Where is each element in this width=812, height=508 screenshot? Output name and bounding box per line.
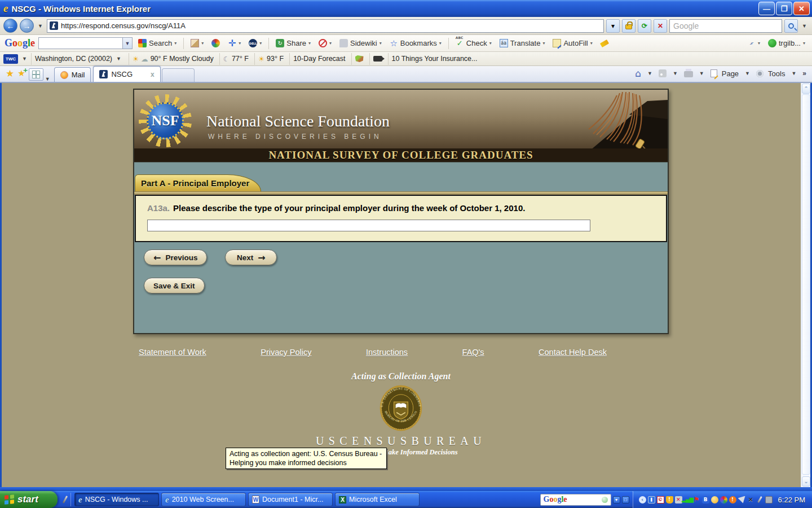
security-lock-icon[interactable]	[622, 19, 636, 33]
faqs-link[interactable]: FAQ's	[462, 348, 484, 357]
tooltip: Acting as collection agent: U.S. Census …	[226, 448, 387, 469]
start-button[interactable]: start	[0, 491, 58, 508]
google-search-input[interactable]	[38, 37, 123, 49]
tray-signal-icon[interactable]: ▂▄▆	[684, 496, 691, 503]
previous-button[interactable]: ←Previous	[144, 249, 207, 265]
scrollbar-thumb[interactable]	[802, 94, 810, 475]
toolbar-settings-button[interactable]: ⌁▾	[745, 38, 762, 49]
feeds-icon[interactable]	[659, 69, 667, 77]
page-menu[interactable]: Page	[722, 69, 739, 78]
quick-tabs-button[interactable]	[29, 68, 43, 81]
tray-flag-icon[interactable]: ⚑	[693, 496, 700, 503]
search-go-button[interactable]	[784, 19, 798, 33]
stop-button[interactable]: ✕	[654, 19, 667, 33]
tray-bluetooth-icon[interactable]: B	[702, 496, 709, 503]
popup-blocker-button[interactable]: ▾	[316, 38, 334, 49]
tray-network-disconnected-icon[interactable]: ✕	[675, 496, 682, 503]
tray-pointer-icon[interactable]	[738, 496, 745, 503]
forward-button[interactable]: →	[20, 19, 34, 33]
quick-launch-pen-icon[interactable]	[63, 496, 68, 503]
tray-picasa-icon[interactable]	[720, 496, 727, 503]
answer-input[interactable]	[147, 220, 590, 231]
history-dropdown-icon[interactable]: ▼	[36, 23, 45, 29]
autofill-button[interactable]: AutoFill▾	[550, 38, 594, 49]
vertical-scrollbar[interactable]: ⌃ ⌄	[801, 83, 810, 487]
google-toolbar: Google ▼ Search▾ ▾ ✛▾ DELL▾ ↻Share▾ ▾ Si…	[0, 35, 812, 52]
send-to-button[interactable]: ▾	[188, 38, 206, 49]
tray-security-shield-icon[interactable]: !	[666, 496, 673, 503]
tray-alert-icon[interactable]: !	[729, 496, 736, 503]
print-icon[interactable]	[684, 71, 693, 77]
tray-collapse-icon[interactable]: ‹	[639, 496, 646, 503]
tray-monitor-icon[interactable]	[765, 496, 773, 503]
tray-close-icon[interactable]: ✕	[747, 496, 754, 503]
add-favorite-icon[interactable]: ★	[17, 68, 25, 78]
tab-close-icon[interactable]: x	[151, 71, 155, 78]
privacy-policy-link[interactable]: Privacy Policy	[261, 348, 311, 357]
restore-button[interactable]: ❐	[776, 2, 792, 15]
deskbar-dropdown-button[interactable]: ▾	[613, 496, 620, 503]
share-button[interactable]: ↻Share▾	[273, 38, 313, 49]
google-search-dropdown[interactable]: ▼	[123, 37, 133, 49]
task-web-screen[interactable]: e2010 Web Screen...	[161, 493, 246, 506]
speech-bubble-icon	[339, 39, 348, 47]
wave-button[interactable]	[209, 38, 222, 49]
taskbar-clock: 6:22 PM	[778, 496, 805, 504]
tab-list-dropdown-icon[interactable]: ▼	[43, 76, 52, 82]
weather-high[interactable]: ☀93° F	[254, 53, 287, 65]
statement-of-work-link[interactable]: Statement of Work	[139, 348, 206, 357]
tray-copyright-icon[interactable]: ©	[657, 496, 664, 503]
tray-messenger-icon[interactable]	[711, 496, 718, 503]
translate-button[interactable]: áaTranslate▾	[497, 38, 548, 49]
weather-location[interactable]: Washington, DC (20002)▼	[31, 53, 126, 65]
weather-low[interactable]: ☾77° F	[219, 53, 252, 65]
new-tab-stub[interactable]	[162, 68, 195, 82]
overflow-chevron-icon[interactable]: »	[802, 69, 806, 77]
weather-map-button[interactable]	[351, 53, 367, 65]
tab-mail[interactable]: Mail	[54, 67, 91, 82]
dell-button[interactable]: DELL▾	[246, 38, 264, 49]
instructions-link[interactable]: Instructions	[366, 348, 408, 357]
home-icon[interactable]: ⌂	[635, 68, 641, 79]
add-gadget-button[interactable]: ✛▾	[226, 38, 243, 49]
google-logo: Google	[5, 37, 35, 49]
tray-display-icon[interactable]: ❚	[648, 496, 655, 503]
tooltip-line2: Helping you make informed decisions	[230, 458, 383, 467]
sidewiki-button[interactable]: Sidewiki▾	[337, 38, 384, 49]
close-button[interactable]: ✕	[793, 2, 810, 15]
search-options-dropdown-icon[interactable]: ▼	[800, 23, 809, 29]
tools-gear-icon[interactable]	[756, 70, 764, 77]
address-bar[interactable]: https://respond.census.gov/nscg/A11A	[47, 19, 604, 33]
save-exit-button[interactable]: Save & Exit	[144, 278, 205, 294]
refresh-button[interactable]: ⟳	[638, 19, 651, 33]
tray-pen-icon[interactable]	[756, 496, 764, 503]
spellcheck-button[interactable]: ABC✓Check▾	[453, 38, 494, 49]
minimize-button[interactable]: —	[758, 2, 775, 15]
contact-help-desk-link[interactable]: Contact Help Desk	[539, 348, 607, 357]
twc-dropdown-icon[interactable]: ▼	[20, 56, 29, 62]
scroll-down-button[interactable]: ⌄	[802, 476, 810, 487]
favorites-star-icon[interactable]: ★	[6, 68, 14, 79]
next-button[interactable]: Next→	[225, 249, 277, 265]
weather-video-button[interactable]	[369, 53, 386, 65]
task-word-document[interactable]: WDocument1 - Micr...	[248, 493, 333, 506]
google-search-button[interactable]: Search▾	[136, 38, 179, 49]
weather-conditions[interactable]: ☀☁90° F Mostly Cloudy	[129, 53, 217, 65]
news-headline[interactable]: 10 Things Your Insurance...	[388, 53, 481, 65]
forecast-link[interactable]: 10-Day Forecast	[289, 53, 348, 65]
bookmarks-button[interactable]: ☆Bookmarks▾	[387, 38, 444, 49]
address-dropdown-button[interactable]: ▾	[606, 19, 620, 33]
account-button[interactable]: trgilb...▾	[766, 38, 807, 49]
tab-nscg[interactable]: NSCG x	[93, 66, 160, 82]
back-button[interactable]: ←	[3, 19, 17, 33]
twc-logo[interactable]: TWC	[3, 54, 18, 64]
task-nscg[interactable]: eNSCG - Windows ...	[74, 493, 159, 506]
highlighter-button[interactable]	[598, 40, 611, 47]
page-menu-icon[interactable]	[710, 69, 717, 77]
deskbar-search-input[interactable]: Google	[540, 494, 611, 506]
task-excel[interactable]: XMicrosoft Excel	[335, 493, 420, 506]
search-input[interactable]	[669, 19, 782, 33]
scroll-up-button[interactable]: ⌃	[802, 84, 810, 94]
tools-menu[interactable]: Tools	[768, 69, 785, 78]
deskbar-restore-button[interactable]: □	[622, 496, 629, 503]
